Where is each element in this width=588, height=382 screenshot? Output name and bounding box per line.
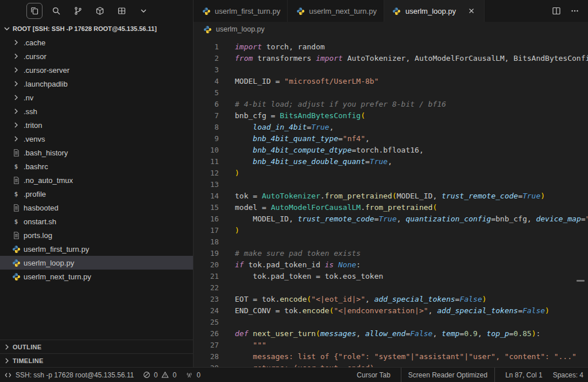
tree-item[interactable]: .cursor-server: [0, 63, 193, 77]
status-item-label: Cursor Tab: [357, 371, 390, 379]
tree-item-label: onstart.sh: [24, 217, 56, 226]
code-line: 14tok = AutoTokenizer.from_pretrained(MO…: [194, 190, 588, 202]
sidebar: ROOT [SSH: SSH -P 17628 ROOT@45.135.56.1…: [0, 0, 194, 367]
code-line: 12): [194, 167, 588, 179]
outline-section-header[interactable]: OUTLINE: [0, 340, 193, 353]
warning-triangle-icon: [161, 371, 170, 380]
code-line: 17): [194, 225, 588, 236]
line-number: 14: [194, 190, 219, 202]
tree-item[interactable]: .venvs: [0, 132, 193, 146]
code-text: from transformers import AutoTokenizer, …: [219, 53, 588, 64]
tabs: userlm_first_turn.pyuserlm_next_turn.pyu…: [194, 0, 485, 22]
remote-indicator[interactable]: SSH: ssh -p 17628 root@45.135.56.11: [3, 368, 134, 382]
package-icon[interactable]: [92, 3, 108, 19]
remote-label: SSH: ssh -p 17628 root@45.135.56.11: [16, 371, 134, 379]
tree-item[interactable]: userlm_first_turn.py: [0, 242, 193, 256]
tab[interactable]: userlm_first_turn.py: [194, 0, 288, 22]
error-circle-icon: [142, 371, 151, 380]
code-text: def next_user_turn(messages, allow_end=F…: [219, 328, 540, 340]
code-text: tok.pad_token = tok.eos_token: [219, 271, 383, 282]
line-number: 16: [194, 213, 219, 225]
split-editor-icon[interactable]: [549, 3, 564, 18]
line-number: 20: [194, 259, 219, 271]
file-tree: .cache.cursor.cursor-server.launchpadlib…: [0, 36, 193, 340]
line-number: 17: [194, 225, 219, 236]
line-number: 6: [194, 99, 219, 110]
tree-item[interactable]: .launchpadlib: [0, 77, 193, 91]
tree-item[interactable]: .no_auto_tmux: [0, 173, 193, 187]
tree-item[interactable]: .nv: [0, 91, 193, 104]
code-text: load_in_4bit=True,: [219, 122, 334, 133]
tree-item[interactable]: .bash_history: [0, 146, 193, 159]
code-line: 22: [194, 282, 588, 294]
tab-label: userlm_next_turn.py: [309, 7, 377, 15]
code-text: [219, 64, 235, 76]
line-number: 23: [194, 294, 219, 305]
close-tab-icon[interactable]: [466, 5, 477, 17]
status-left: SSH: ssh -p 17628 root@45.135.56.11000: [3, 368, 200, 382]
tree-item[interactable]: $.bashrc: [0, 159, 193, 173]
tree-item[interactable]: $.profile: [0, 187, 193, 201]
tree-item[interactable]: .cursor: [0, 49, 193, 63]
code-text: if tok.pad_token_id is None:: [219, 259, 361, 271]
tree-item[interactable]: .triton: [0, 118, 193, 132]
problems-indicator[interactable]: 00: [142, 368, 176, 382]
code-line: 27 """: [194, 340, 588, 351]
tree-item-label: .triton: [24, 121, 42, 130]
code-line: 1import torch, random: [194, 41, 588, 53]
tree-root-header[interactable]: ROOT [SSH: SSH -P 17628 ROOT@45.135.56.1…: [0, 22, 193, 36]
code-line: 25: [194, 317, 588, 328]
timeline-section-header[interactable]: TIMELINE: [0, 353, 193, 367]
tree-item[interactable]: userlm_next_turn.py: [0, 270, 193, 283]
python-icon: [11, 272, 21, 281]
code-line: 10 bnb_4bit_compute_dtype=torch.bfloat16…: [194, 145, 588, 156]
python-icon: [11, 258, 21, 267]
chevron-down-icon[interactable]: [136, 3, 152, 19]
breadcrumb[interactable]: userlm_loop.py: [194, 22, 588, 37]
code-line: 19# make sure pad token exists: [194, 248, 588, 259]
tree-item[interactable]: userlm_loop.py: [0, 256, 193, 270]
ports-indicator[interactable]: 0: [184, 368, 200, 382]
code-text: bnb_cfg = BitsAndBytesConfig(: [219, 110, 365, 122]
line-number: 11: [194, 156, 219, 167]
timeline-section-label: TIMELINE: [13, 357, 44, 364]
tree-item[interactable]: .ssh: [0, 104, 193, 118]
code-text: [219, 179, 235, 190]
tree-item[interactable]: .cache: [0, 36, 193, 49]
tree-item[interactable]: hasbooted: [0, 201, 193, 215]
tree-item[interactable]: ports.log: [0, 228, 193, 242]
git-branch-icon[interactable]: [70, 3, 86, 19]
overview-ruler-mark: [577, 280, 585, 282]
line-number: 22: [194, 282, 219, 294]
copy-pages-icon[interactable]: [26, 3, 42, 19]
tree-item-label: .ssh: [24, 107, 37, 116]
chevron-right-icon: [11, 134, 21, 143]
tab-label: userlm_first_turn.py: [215, 7, 280, 15]
code-text: MODEL_ID = "microsoft/UserLM-8b": [219, 76, 378, 87]
status-item-screen-reader-optimized[interactable]: Screen Reader Optimized: [401, 368, 495, 382]
code-text: messages: list of {"role": "system"|"ass…: [219, 351, 577, 362]
code-text: import torch, random: [219, 41, 325, 53]
ellipsis-icon[interactable]: [567, 3, 582, 18]
status-item-ln-87-col-1[interactable]: Ln 87, Col 1: [505, 368, 543, 382]
chevron-right-icon: [11, 38, 21, 47]
status-item-spaces-4[interactable]: Spaces: 4: [553, 368, 583, 382]
file-icon: [11, 176, 21, 185]
file-icon: [11, 203, 21, 212]
editor-actions: [549, 0, 588, 22]
window-grid-icon[interactable]: [114, 3, 130, 19]
search-icon[interactable]: [48, 3, 64, 19]
chevron-right-icon: [11, 93, 21, 102]
tree-item[interactable]: $onstart.sh: [0, 215, 193, 228]
remote-icon: [3, 371, 13, 380]
code-lines: 1import torch, random2from transformers …: [194, 41, 588, 367]
code-editor[interactable]: 1import torch, random2from transformers …: [194, 37, 588, 367]
chevron-right-icon: [11, 52, 21, 61]
tab[interactable]: userlm_loop.py: [384, 0, 485, 22]
shell-icon: $: [11, 189, 21, 198]
code-line: 15model = AutoModelForCausalLM.from_pret…: [194, 202, 588, 213]
code-text: bnb_4bit_use_double_quant=True,: [219, 156, 392, 167]
tree-item-label: .bash_history: [24, 149, 68, 157]
tab[interactable]: userlm_next_turn.py: [288, 0, 384, 22]
status-item-cursor-tab[interactable]: Cursor Tab: [357, 368, 390, 382]
